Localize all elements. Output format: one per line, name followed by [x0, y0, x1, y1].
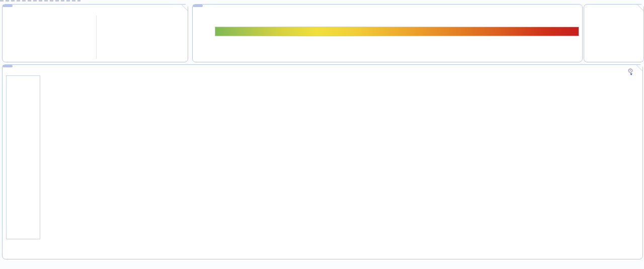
track-label-column: [6, 75, 40, 239]
gear-icon[interactable]: ⚙▼: [627, 67, 633, 74]
chevron-down-icon: ▼: [629, 72, 633, 76]
stats-sidebar: [572, 76, 642, 239]
signal-plot[interactable]: [0, 0, 644, 269]
